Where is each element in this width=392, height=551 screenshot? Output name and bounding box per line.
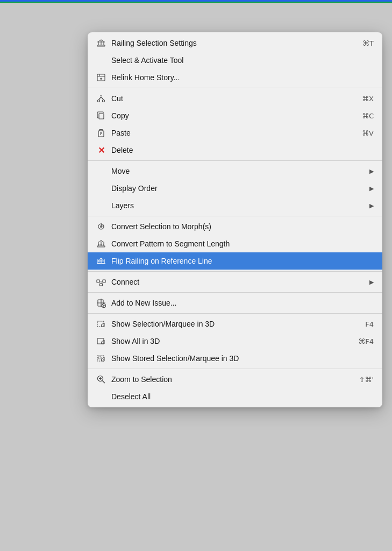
top-bar-green — [0, 2, 392, 3]
flip-railing-label: Flip Railing on Reference Line — [111, 257, 374, 265]
move-label: Move — [111, 167, 369, 175]
convert-pattern-icon — [95, 238, 107, 250]
railing-icon — [95, 37, 107, 49]
zoom-selection-shortcut: ⇧⌘' — [359, 376, 374, 384]
svg-point-8 — [98, 100, 100, 102]
menu-item-add-issue[interactable]: Add to New Issue... — [88, 294, 382, 312]
divider-6 — [88, 313, 382, 314]
show-all-3d-label: Show All in 3D — [111, 337, 358, 345]
no-icon-layers — [95, 200, 107, 211]
zoom-selection-label: Zoom to Selection — [111, 375, 359, 384]
paste-shortcut: ⌘V — [362, 129, 374, 137]
deselect-all-label: Deselect All — [111, 392, 374, 401]
menu-item-convert-morph[interactable]: Convert Selection to Morph(s) — [88, 218, 382, 235]
top-bar — [0, 0, 392, 3]
menu-item-copy[interactable]: Copy ⌘C — [88, 107, 382, 124]
flip-railing-icon — [95, 255, 107, 267]
menu-item-paste[interactable]: Paste ⌘V — [88, 124, 382, 142]
menu-item-connect[interactable]: Connect ▶ — [88, 273, 382, 291]
no-icon-move — [95, 165, 107, 177]
select-activate-label: Select & Activate Tool — [111, 56, 374, 65]
menu-item-delete[interactable]: ✕ Delete — [88, 142, 382, 159]
divider-5 — [88, 292, 382, 293]
cut-icon — [95, 93, 107, 104]
svg-rect-30 — [97, 280, 99, 282]
paste-icon — [95, 127, 107, 139]
copy-icon — [95, 110, 107, 122]
move-arrow: ▶ — [369, 168, 374, 175]
zoom-icon — [95, 373, 107, 385]
relink-icon — [95, 72, 107, 83]
add-issue-icon — [95, 297, 107, 309]
menu-item-deselect-all[interactable]: Deselect All — [88, 388, 382, 405]
svg-rect-26 — [97, 263, 105, 264]
menu-item-show-all-3d[interactable]: Show All in 3D ⌘F4 — [88, 333, 382, 350]
copy-shortcut: ⌘C — [362, 112, 374, 120]
menu-item-railing-settings[interactable]: Railing Selection Settings ⌘T — [88, 34, 382, 52]
divider-1 — [88, 88, 382, 88]
svg-rect-32 — [100, 284, 103, 286]
menu-item-convert-pattern[interactable]: Convert Pattern to Segment Length — [88, 235, 382, 252]
menu-item-layers[interactable]: Layers ▶ — [88, 197, 382, 214]
divider-7 — [88, 369, 382, 369]
menu-item-show-stored-3d[interactable]: Show Stored Selection/Marquee in 3D — [88, 350, 382, 367]
connect-arrow: ▶ — [369, 279, 374, 286]
svg-rect-31 — [103, 280, 105, 282]
show-selection-3d-icon — [95, 318, 107, 330]
display-order-label: Display Order — [111, 184, 369, 193]
show-selection-3d-label: Show Selection/Marquee in 3D — [111, 320, 365, 328]
svg-rect-21 — [97, 246, 105, 247]
connect-label: Connect — [111, 278, 369, 286]
svg-line-11 — [101, 97, 104, 100]
convert-morph-label: Convert Selection to Morph(s) — [111, 222, 374, 231]
layers-label: Layers — [111, 201, 369, 210]
menu-item-relink-home[interactable]: Relink Home Story... — [88, 69, 382, 86]
svg-rect-13 — [99, 114, 104, 119]
layers-arrow: ▶ — [369, 202, 374, 209]
menu-item-zoom-selection[interactable]: Zoom to Selection ⇧⌘' — [88, 371, 382, 388]
railing-settings-label: Railing Selection Settings — [111, 39, 362, 47]
delete-label: Delete — [111, 146, 374, 154]
context-menu: Railing Selection Settings ⌘T Select & A… — [88, 32, 382, 407]
cut-label: Cut — [111, 94, 362, 103]
svg-line-10 — [99, 97, 102, 100]
copy-label: Copy — [111, 111, 362, 120]
show-all-3d-icon — [95, 335, 107, 347]
divider-2 — [88, 160, 382, 161]
menu-item-cut[interactable]: Cut ⌘X — [88, 90, 382, 107]
connect-icon — [95, 276, 107, 288]
paste-label: Paste — [111, 129, 362, 137]
svg-rect-44 — [98, 357, 101, 359]
divider-3 — [88, 216, 382, 216]
show-stored-3d-icon — [95, 352, 107, 364]
relink-home-label: Relink Home Story... — [111, 73, 374, 82]
show-selection-3d-shortcut: F4 — [365, 320, 374, 328]
convert-morph-icon — [95, 221, 107, 232]
divider-4 — [88, 271, 382, 272]
no-icon — [95, 54, 107, 66]
display-order-arrow: ▶ — [369, 185, 374, 192]
svg-line-46 — [103, 381, 105, 384]
svg-rect-0 — [97, 45, 105, 46]
show-all-3d-shortcut: ⌘F4 — [358, 337, 374, 345]
add-issue-label: Add to New Issue... — [111, 299, 374, 307]
svg-point-9 — [103, 100, 105, 102]
show-stored-3d-label: Show Stored Selection/Marquee in 3D — [111, 354, 374, 363]
menu-item-flip-railing[interactable]: Flip Railing on Reference Line — [88, 252, 382, 270]
menu-item-select-activate[interactable]: Select & Activate Tool — [88, 52, 382, 69]
menu-item-display-order[interactable]: Display Order ▶ — [88, 180, 382, 197]
menu-item-move[interactable]: Move ▶ — [88, 163, 382, 180]
cut-shortcut: ⌘X — [362, 95, 374, 103]
menu-item-show-selection-3d[interactable]: Show Selection/Marquee in 3D F4 — [88, 315, 382, 333]
railing-settings-shortcut: ⌘T — [362, 39, 374, 47]
convert-pattern-label: Convert Pattern to Segment Length — [111, 239, 374, 248]
svg-point-20 — [101, 223, 102, 224]
no-icon-display — [95, 182, 107, 194]
no-icon-deselect — [95, 391, 107, 402]
delete-icon: ✕ — [95, 144, 107, 156]
